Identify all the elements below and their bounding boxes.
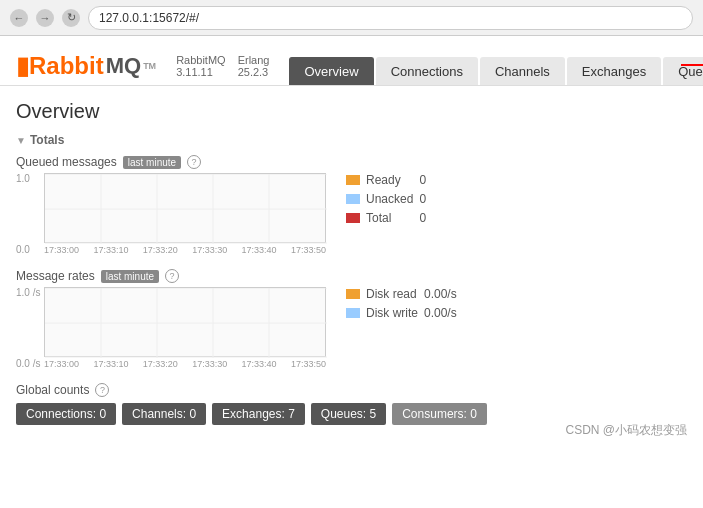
reload-button[interactable]: ↻ bbox=[62, 9, 80, 27]
message-rates-badge: last minute bbox=[101, 270, 159, 283]
disk-write-color bbox=[346, 308, 360, 318]
totals-label: Totals bbox=[30, 133, 64, 147]
global-counts-title-row: Global counts ? bbox=[16, 383, 687, 397]
total-value: 0 bbox=[419, 211, 449, 225]
arrow-annotation bbox=[681, 60, 703, 70]
logo-icon: ▮Rabbit bbox=[16, 52, 104, 80]
tab-overview[interactable]: Overview bbox=[289, 57, 373, 85]
queues-count[interactable]: Queues: 5 bbox=[311, 403, 386, 425]
message-rates-chart: 1.0 /s 0.0 /s bbox=[16, 287, 326, 369]
unacked-label: Unacked bbox=[366, 192, 413, 206]
triangle-icon: ▼ bbox=[16, 135, 26, 146]
rates-chart-svg bbox=[45, 288, 327, 358]
disk-read-label: Disk read bbox=[366, 287, 417, 301]
message-rates-legend: Disk read 0.00/s Disk write 0.00/s bbox=[346, 287, 457, 325]
global-counts-section: Global counts ? Connections: 0 Channels:… bbox=[16, 383, 687, 425]
watermark: CSDN @小码农想变强 bbox=[565, 422, 687, 439]
legend-row-disk-read: Disk read 0.00/s bbox=[346, 287, 457, 301]
queued-messages-label: Queued messages bbox=[16, 155, 117, 169]
legend-row-total: Total 0 bbox=[346, 211, 449, 225]
unacked-value: 0 bbox=[419, 192, 449, 206]
connections-count[interactable]: Connections: 0 bbox=[16, 403, 116, 425]
tab-channels[interactable]: Channels bbox=[480, 57, 565, 85]
app-header: ▮RabbitMQTM RabbitMQ 3.11.11 Erlang 25.2… bbox=[0, 36, 703, 86]
consumers-count[interactable]: Consumers: 0 bbox=[392, 403, 487, 425]
exchanges-count[interactable]: Exchanges: 7 bbox=[212, 403, 305, 425]
message-rates-title-row: Message rates last minute ? bbox=[16, 269, 687, 283]
message-rates-y-labels: 1.0 /s 0.0 /s bbox=[16, 287, 44, 369]
version-label: RabbitMQ 3.11.11 bbox=[176, 54, 226, 78]
tab-connections[interactable]: Connections bbox=[376, 57, 478, 85]
queued-messages-help[interactable]: ? bbox=[187, 155, 201, 169]
queued-messages-section: Queued messages last minute ? 1.0 0.0 bbox=[16, 155, 687, 255]
rates-y-max: 1.0 /s bbox=[16, 287, 44, 298]
nav-tabs: Overview Connections Channels Exchanges … bbox=[289, 54, 703, 85]
logo: ▮RabbitMQTM bbox=[16, 52, 156, 80]
queued-messages-chart: 1.0 0.0 bbox=[16, 173, 326, 255]
queued-messages-x-labels: 17:33:00 17:33:10 17:33:20 17:33:30 17:3… bbox=[44, 245, 326, 255]
total-color bbox=[346, 213, 360, 223]
channels-count[interactable]: Channels: 0 bbox=[122, 403, 206, 425]
version-info: RabbitMQ 3.11.11 Erlang 25.2.3 bbox=[176, 54, 269, 78]
tab-exchanges[interactable]: Exchanges bbox=[567, 57, 661, 85]
y-min: 0.0 bbox=[16, 244, 44, 255]
queued-messages-badge: last minute bbox=[123, 156, 181, 169]
queued-messages-title-row: Queued messages last minute ? bbox=[16, 155, 687, 169]
legend-row-ready: Ready 0 bbox=[346, 173, 449, 187]
address-bar[interactable]: 127.0.0.1:15672/#/ bbox=[88, 6, 693, 30]
message-rates-svg bbox=[44, 287, 326, 357]
queued-messages-legend: Ready 0 Unacked 0 Total 0 bbox=[346, 173, 449, 230]
global-counts-help[interactable]: ? bbox=[95, 383, 109, 397]
ready-value: 0 bbox=[419, 173, 449, 187]
forward-button[interactable]: → bbox=[36, 9, 54, 27]
page-wrapper: ← → ↻ 127.0.0.1:15672/#/ ▮RabbitMQTM Rab… bbox=[0, 0, 703, 453]
ready-label: Ready bbox=[366, 173, 401, 187]
legend-row-disk-write: Disk write 0.00/s bbox=[346, 306, 457, 320]
totals-section: ▼ Totals Queued messages last minute ? 1… bbox=[16, 133, 687, 425]
global-counts-label: Global counts bbox=[16, 383, 89, 397]
disk-write-value: 0.00/s bbox=[424, 306, 457, 320]
message-rates-chart-row: 1.0 /s 0.0 /s bbox=[16, 287, 687, 369]
url-text: 127.0.0.1:15672/#/ bbox=[99, 11, 199, 25]
rates-y-min: 0.0 /s bbox=[16, 358, 44, 369]
y-max: 1.0 bbox=[16, 173, 44, 184]
erlang-label: Erlang 25.2.3 bbox=[238, 54, 270, 78]
logo-tm: TM bbox=[143, 61, 156, 71]
content: Overview ▼ Totals Queued messages last m… bbox=[0, 86, 703, 453]
page-title: Overview bbox=[16, 100, 687, 123]
ready-color bbox=[346, 175, 360, 185]
queued-messages-chart-row: 1.0 0.0 bbox=[16, 173, 687, 255]
totals-title: ▼ Totals bbox=[16, 133, 687, 147]
message-rates-label: Message rates bbox=[16, 269, 95, 283]
disk-read-color bbox=[346, 289, 360, 299]
legend-row-unacked: Unacked 0 bbox=[346, 192, 449, 206]
logo-mq: MQ bbox=[106, 53, 141, 79]
message-rates-help[interactable]: ? bbox=[165, 269, 179, 283]
app: ▮RabbitMQTM RabbitMQ 3.11.11 Erlang 25.2… bbox=[0, 36, 703, 453]
total-label: Total bbox=[366, 211, 391, 225]
message-rates-section: Message rates last minute ? 1.0 /s 0.0 /… bbox=[16, 269, 687, 369]
queued-chart-svg bbox=[45, 174, 327, 244]
disk-read-value: 0.00/s bbox=[424, 287, 457, 301]
disk-write-label: Disk write bbox=[366, 306, 418, 320]
queued-messages-y-labels: 1.0 0.0 bbox=[16, 173, 44, 255]
queued-messages-svg bbox=[44, 173, 326, 243]
unacked-color bbox=[346, 194, 360, 204]
back-button[interactable]: ← bbox=[10, 9, 28, 27]
message-rates-x-labels: 17:33:00 17:33:10 17:33:20 17:33:30 17:3… bbox=[44, 359, 326, 369]
arrow-line bbox=[681, 64, 703, 66]
browser-bar: ← → ↻ 127.0.0.1:15672/#/ bbox=[0, 0, 703, 36]
